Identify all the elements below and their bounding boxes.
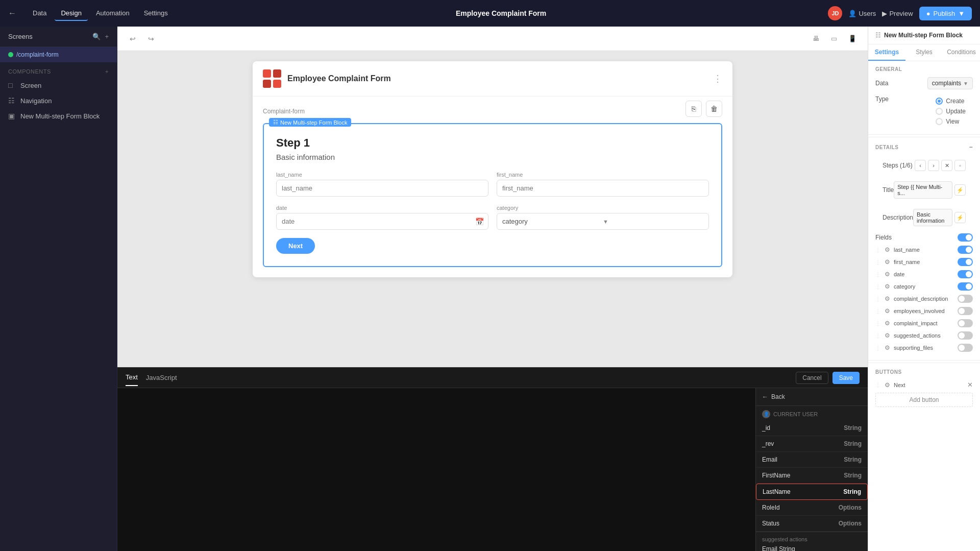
- next-button[interactable]: Next: [276, 238, 315, 254]
- rp-tab-conditions[interactable]: Conditions: [943, 44, 980, 61]
- drag-handle[interactable]: ⋮: [875, 296, 880, 302]
- code-editor[interactable]: [117, 388, 755, 551]
- desktop-view-button[interactable]: 🖶: [808, 32, 823, 46]
- drag-handle[interactable]: ⋮: [875, 382, 880, 388]
- cancel-button[interactable]: Cancel: [796, 372, 828, 384]
- tab-settings[interactable]: Settings: [138, 6, 174, 21]
- bp-field-id[interactable]: _id String: [756, 420, 868, 436]
- add-button[interactable]: Add button: [875, 393, 973, 407]
- duplicate-button[interactable]: ⎘: [685, 101, 702, 117]
- gear-icon[interactable]: ⚙: [884, 307, 891, 315]
- field-toggle-category[interactable]: [958, 282, 973, 291]
- field-toggle-suggested-actions[interactable]: [958, 331, 973, 340]
- steps-controls: ‹ › ✕ ◦: [915, 158, 966, 173]
- gear-icon[interactable]: ⚙: [884, 258, 891, 266]
- drag-handle[interactable]: ⋮: [875, 247, 880, 253]
- email-string-row[interactable]: Email String: [762, 545, 862, 551]
- fields-toggle[interactable]: [958, 233, 973, 242]
- screens-title: Screens: [8, 33, 33, 40]
- field-toggle-complaint-desc[interactable]: [958, 295, 973, 303]
- description-lightning-button[interactable]: ⚡: [954, 212, 966, 223]
- sidebar-item-complaint-form[interactable]: /complaint-form: [0, 47, 117, 62]
- field-toggle-first-name[interactable]: [958, 258, 973, 266]
- gear-icon[interactable]: ⚙: [884, 246, 891, 253]
- field-toggle-last-name[interactable]: [958, 246, 973, 254]
- tab-data[interactable]: Data: [27, 6, 53, 21]
- redo-button[interactable]: ↪: [144, 32, 158, 46]
- save-button[interactable]: Save: [832, 372, 860, 384]
- type-create[interactable]: Create: [936, 98, 966, 105]
- type-view[interactable]: View: [936, 118, 966, 125]
- bp-back-button[interactable]: ← Back: [756, 388, 868, 406]
- tab-design[interactable]: Design: [55, 6, 87, 21]
- field-toggle-employees-involved[interactable]: [958, 307, 973, 315]
- rp-tab-styles[interactable]: Styles: [905, 44, 943, 61]
- gear-icon[interactable]: ⚙: [884, 332, 891, 339]
- delete-button[interactable]: 🗑: [706, 101, 722, 117]
- publish-button[interactable]: ● Publish ▼: [919, 7, 972, 20]
- components-section-title: Components +: [0, 62, 117, 78]
- gear-icon[interactable]: ⚙: [884, 344, 891, 351]
- rp-tab-settings[interactable]: Settings: [868, 44, 905, 61]
- sidebar-item-screen[interactable]: □ Screen: [0, 78, 117, 93]
- mobile-view-button[interactable]: 📱: [845, 32, 860, 46]
- drag-handle[interactable]: ⋮: [875, 333, 880, 339]
- step-share-button[interactable]: ◦: [954, 160, 966, 171]
- field-toggle-complaint-impact[interactable]: [958, 319, 973, 327]
- title-lightning-button[interactable]: ⚡: [954, 184, 966, 196]
- back-button[interactable]: ←: [8, 9, 16, 18]
- type-update[interactable]: Update: [936, 108, 966, 115]
- undo-button[interactable]: ↩: [126, 32, 140, 46]
- bp-field-lastname[interactable]: LastName String: [756, 484, 868, 500]
- screen-label: /complaint-form: [16, 51, 59, 58]
- sidebar-item-multistep[interactable]: ▣ New Multi-step Form Block: [0, 108, 117, 124]
- field-label-complaint-desc: complaint_description: [894, 296, 954, 302]
- form-card-menu[interactable]: ⋮: [713, 73, 722, 84]
- first-name-input[interactable]: [497, 180, 709, 197]
- last-name-input[interactable]: [276, 180, 488, 197]
- sidebar-item-navigation[interactable]: ☷ Navigation: [0, 93, 117, 108]
- gear-icon[interactable]: ⚙: [884, 381, 891, 389]
- bp-tab-text[interactable]: Text: [126, 369, 138, 386]
- tab-automation[interactable]: Automation: [90, 6, 136, 21]
- tablet-view-button[interactable]: ▭: [827, 32, 841, 46]
- data-label: Data: [875, 80, 888, 87]
- bp-field-rev[interactable]: _rev String: [756, 436, 868, 452]
- description-text-field[interactable]: Basic information: [913, 209, 952, 226]
- gear-icon[interactable]: ⚙: [884, 271, 891, 278]
- gear-icon[interactable]: ⚙: [884, 295, 891, 302]
- field-toggle-supporting-files[interactable]: [958, 344, 973, 352]
- drag-handle[interactable]: ⋮: [875, 272, 880, 277]
- category-field: category category ▼: [497, 205, 709, 230]
- remove-next-button[interactable]: ✕: [967, 381, 973, 389]
- bp-field-email[interactable]: Email String: [756, 452, 868, 468]
- step-next-button[interactable]: ›: [928, 160, 939, 171]
- search-icon[interactable]: 🔍: [92, 33, 101, 40]
- first-name-label: first_name: [497, 172, 709, 178]
- date-input[interactable]: [277, 213, 471, 229]
- gear-icon[interactable]: ⚙: [884, 283, 891, 290]
- category-select[interactable]: category ▼: [497, 213, 709, 230]
- step-close-button[interactable]: ✕: [941, 160, 952, 171]
- drag-handle[interactable]: ⋮: [875, 308, 880, 314]
- add-component-icon[interactable]: +: [105, 68, 109, 75]
- users-button[interactable]: 👤 Users: [848, 10, 876, 17]
- step-prev-button[interactable]: ‹: [915, 160, 926, 171]
- drag-handle[interactable]: ⋮: [875, 345, 880, 351]
- preview-button[interactable]: ▶ Preview: [882, 10, 913, 17]
- collapse-button[interactable]: −: [969, 143, 973, 151]
- bp-field-firstname[interactable]: FirstName String: [756, 468, 868, 484]
- bp-field-roleid[interactable]: RoleId Options: [756, 500, 868, 516]
- title-text-field[interactable]: Step {{ New Multi-s...: [894, 181, 952, 199]
- drag-handle[interactable]: ⋮: [875, 259, 880, 265]
- bp-field-status[interactable]: Status Options: [756, 516, 868, 532]
- data-select[interactable]: complaints ▼: [927, 77, 973, 89]
- field-toggle-date[interactable]: [958, 270, 973, 278]
- drag-handle[interactable]: ⋮: [875, 321, 880, 326]
- toolbar-left: ↩ ↪: [126, 32, 158, 46]
- gear-icon[interactable]: ⚙: [884, 320, 891, 327]
- add-screen-icon[interactable]: +: [105, 33, 109, 40]
- bp-tab-javascript[interactable]: JavaScript: [146, 370, 177, 386]
- form-content-area: Complaint-form ⎘ 🗑 ☷ New Multi-step Form…: [253, 97, 732, 277]
- drag-handle[interactable]: ⋮: [875, 284, 880, 290]
